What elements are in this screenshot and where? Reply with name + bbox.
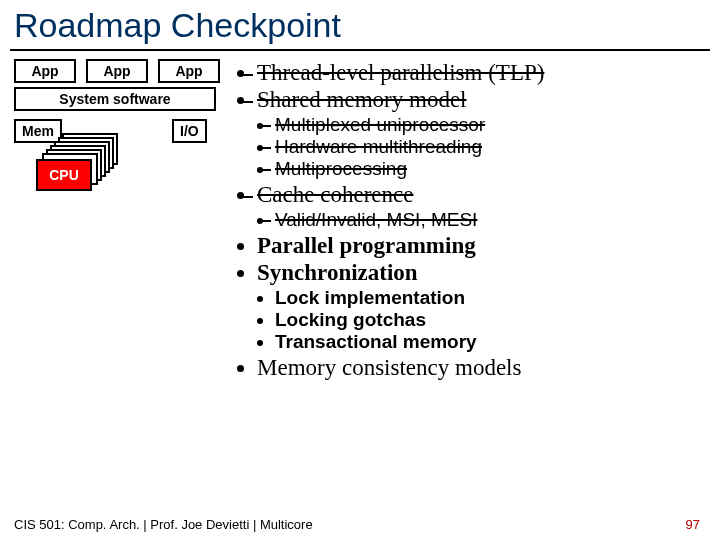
bullet-lock-impl: Lock implementation xyxy=(275,287,706,309)
diagram: App App App System software Mem I/O CPU xyxy=(14,59,239,382)
app-box: App xyxy=(14,59,76,83)
bullet-smm: Shared memory model xyxy=(257,87,706,113)
mem-box: Mem xyxy=(14,119,62,143)
page-number: 97 xyxy=(686,517,700,532)
bullet-lock-gotchas: Locking gotchas xyxy=(275,309,706,331)
bullet-mcm: Memory consistency models xyxy=(257,355,706,381)
bullet-list: Thread-level parallelism (TLP) Shared me… xyxy=(239,59,706,382)
slide-title: Roadmap Checkpoint xyxy=(0,0,720,47)
slide: Roadmap Checkpoint App App App System so… xyxy=(0,0,720,540)
app-row: App App App xyxy=(14,59,239,83)
app-box: App xyxy=(158,59,220,83)
bullet-mp: Multiprocessing xyxy=(275,158,706,180)
cpu-box: CPU xyxy=(36,159,92,191)
bullet-cc: Cache coherence xyxy=(257,182,706,208)
bullet-hwmt: Hardware multithreading xyxy=(275,136,706,158)
bullet-mux: Multiplexed uniprocessor xyxy=(275,114,706,136)
bullet-tm: Transactional memory xyxy=(275,331,706,353)
title-rule xyxy=(10,49,710,51)
cpu-stack: CPU xyxy=(36,141,116,199)
bullet-sync: Synchronization xyxy=(257,260,706,286)
bullet-tlp: Thread-level parallelism (TLP) xyxy=(257,60,706,86)
bullet-pp: Parallel programming xyxy=(257,233,706,259)
app-box: App xyxy=(86,59,148,83)
system-software-box: System software xyxy=(14,87,216,111)
io-box: I/O xyxy=(172,119,207,143)
slide-body: App App App System software Mem I/O CPU xyxy=(0,59,720,382)
bullet-vi: Valid/Invalid, MSI, MESI xyxy=(275,209,706,231)
footer-text: CIS 501: Comp. Arch. | Prof. Joe Deviett… xyxy=(14,517,313,532)
mem-io-row: Mem I/O CPU xyxy=(14,119,239,209)
